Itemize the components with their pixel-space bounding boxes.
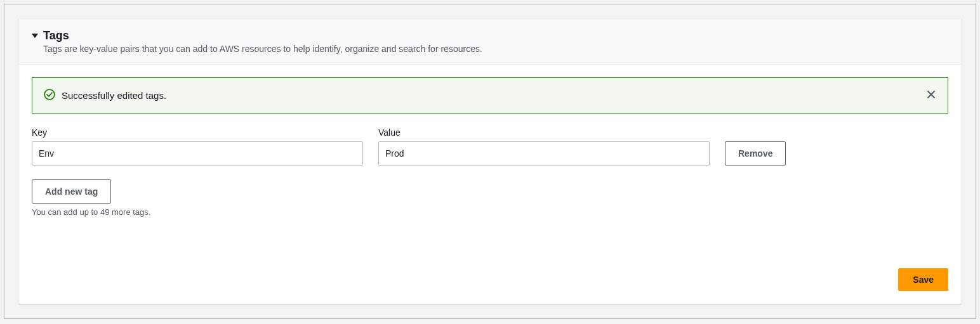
page-frame: Tags Tags are key-value pairs that you c… bbox=[4, 4, 976, 319]
tag-limit-hint: You can add up to 49 more tags. bbox=[32, 207, 948, 217]
value-input[interactable] bbox=[378, 141, 710, 165]
success-check-icon bbox=[44, 89, 55, 102]
close-icon bbox=[926, 89, 936, 101]
key-label: Key bbox=[32, 127, 363, 138]
tags-panel: Tags Tags are key-value pairs that you c… bbox=[18, 18, 962, 304]
key-input[interactable] bbox=[32, 141, 363, 165]
save-button[interactable]: Save bbox=[898, 268, 948, 291]
panel-title: Tags bbox=[43, 29, 69, 42]
alert-message: Successfully edited tags. bbox=[62, 90, 917, 101]
remove-column: Remove bbox=[725, 141, 786, 165]
title-row: Tags bbox=[32, 29, 948, 42]
tag-row: Key Value Remove bbox=[32, 127, 948, 165]
panel-footer: Save bbox=[32, 268, 948, 291]
collapse-caret-icon[interactable] bbox=[32, 34, 38, 38]
value-label: Value bbox=[378, 127, 710, 138]
panel-header: Tags Tags are key-value pairs that you c… bbox=[19, 19, 961, 65]
svg-point-0 bbox=[44, 89, 55, 100]
add-new-tag-button[interactable]: Add new tag bbox=[32, 179, 111, 204]
key-column: Key bbox=[32, 127, 363, 165]
remove-button[interactable]: Remove bbox=[725, 141, 786, 165]
alert-close-button[interactable] bbox=[924, 87, 939, 104]
value-column: Value bbox=[378, 127, 710, 165]
panel-body: Successfully edited tags. Key Value bbox=[19, 65, 961, 304]
success-alert: Successfully edited tags. bbox=[32, 77, 948, 113]
panel-description: Tags are key-value pairs that you can ad… bbox=[32, 44, 948, 54]
